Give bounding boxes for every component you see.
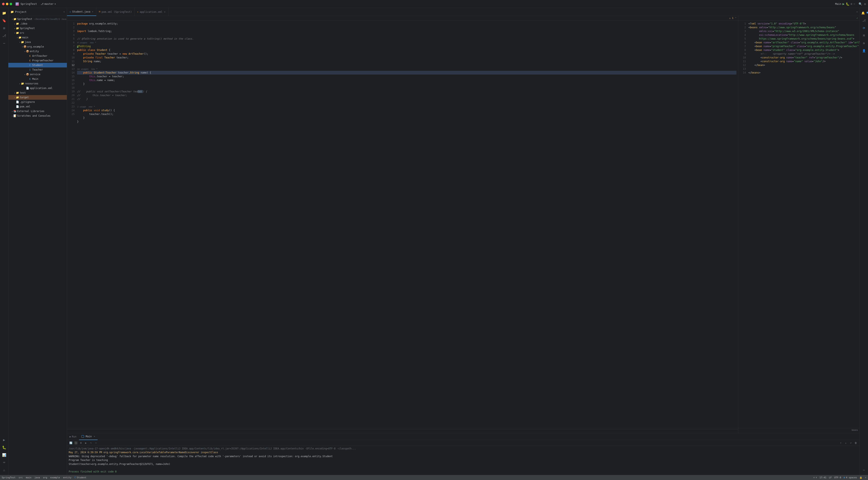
tree-label: External Libraries (17, 110, 44, 113)
tab-student-java[interactable]: ☕ Student.java ✕ (67, 8, 96, 16)
tree-item-test[interactable]: ▸ 📁 test (8, 91, 67, 95)
tab-run[interactable]: ▶ Run (67, 433, 79, 440)
branch-indicator[interactable]: ⎇ master ▾ (41, 2, 56, 5)
status-power[interactable]: ⚡ (865, 476, 866, 479)
tree-item-resources[interactable]: ▸ 📁 resources (8, 81, 67, 86)
code-lines-java[interactable]: package org.example.entity; import lombo… (75, 21, 738, 428)
profiler-icon[interactable]: 📊 (1, 451, 7, 458)
student-status: Student (77, 476, 86, 479)
stop-btn[interactable]: ⬛ (74, 441, 78, 445)
status-line-ending[interactable]: LF (829, 476, 832, 479)
tree-item-artteacher[interactable]: ▸ C ArtTeacher (8, 54, 67, 58)
step-btn[interactable]: ↷ (89, 441, 93, 445)
wrap-btn[interactable]: ↩ (849, 441, 853, 445)
plugins-icon[interactable]: M (861, 32, 867, 39)
tree-item-service[interactable]: ▸ 📦 service (8, 72, 67, 77)
notifications-icon[interactable]: 🔔 (861, 10, 867, 16)
maximize-button[interactable] (10, 3, 12, 5)
tab-overflow-menu[interactable]: ⋯ (855, 10, 860, 13)
tree-label: target (20, 96, 29, 99)
clear-btn[interactable]: 🗑 (854, 441, 858, 445)
settings-right-icon[interactable]: ⚙ (861, 40, 867, 46)
tree-item-main-class[interactable]: ▸ C Main (8, 77, 67, 81)
tree-item-ext-libs[interactable]: ▸ 📚 External Libraries (8, 109, 67, 114)
tree-item-target[interactable]: ▸ 📁 target (8, 95, 67, 100)
tab-main[interactable]: Main ✕ (79, 433, 98, 440)
status-line-col[interactable]: 17:41 (819, 476, 826, 479)
restart-btn[interactable]: 🔄 (69, 441, 73, 445)
tree-label: pom.xml (20, 105, 30, 108)
tab-run-label: Run (72, 435, 76, 438)
user-icon[interactable]: 👤 (861, 47, 867, 54)
scroll-down-btn[interactable]: ↓ (844, 441, 848, 445)
tree-label: .idea (20, 22, 27, 25)
tree-item-appxml[interactable]: ▸ 📄 application.xml (8, 86, 67, 91)
tree-item-springtest[interactable]: ▾ 📁 SpringTest ~/Desktop/CS/JavaEE/2 Jav… (8, 17, 67, 21)
tree-item-java[interactable]: ▾ 📁 java (8, 40, 67, 44)
project-view-icon[interactable]: 📁 (1, 10, 7, 16)
tree-item-student[interactable]: ▸ C Student (8, 63, 67, 67)
tree-item-springtest-folder[interactable]: ▸ 📁 SpringTest (8, 26, 67, 31)
tab-main-close[interactable]: ✕ (94, 435, 95, 438)
tab-label: application.xml (140, 10, 162, 13)
more-actions-btn[interactable]: ⋯ (94, 441, 98, 445)
more-button[interactable]: ⋯ (854, 2, 855, 5)
tree-item-org-example[interactable]: ▾ 📦 org.example (8, 44, 67, 49)
git-icon[interactable]: ⎇ (1, 32, 7, 39)
tree-item-scratches[interactable]: ▸ 📝 Scratches and Consoles (8, 114, 67, 118)
main-tab-icon (82, 435, 84, 438)
console-line (69, 466, 858, 470)
sync-icon[interactable]: ⟳ (861, 25, 867, 31)
tree-item-gitignore[interactable]: ▸ 📄 .gitignore (8, 100, 67, 104)
scroll-up-btn[interactable]: ↑ (839, 441, 843, 445)
tab-close-appxml[interactable]: ✕ (163, 10, 166, 13)
code-content-java[interactable]: 12345 678910 1112131415 1617181920 21222… (67, 21, 738, 428)
tree-item-teacher[interactable]: ▸ I Teacher (8, 67, 67, 72)
tree-item-idea[interactable]: ▸ 📁 .idea (8, 21, 67, 26)
student-java-editor[interactable]: ⚠ 1 ⌃ 12345 678910 1112131415 1617181920… (67, 16, 738, 433)
close-button[interactable] (2, 3, 5, 5)
tree-item-programteacher[interactable]: ▸ C ProgramTeacher (8, 58, 67, 63)
run-button[interactable]: ▶ (842, 2, 844, 6)
terminal-icon[interactable]: ⌨ (1, 459, 7, 466)
status-encoding[interactable]: UTF-8 (834, 476, 841, 479)
pause-btn[interactable]: ⏸ (79, 441, 83, 445)
git-changes-icon[interactable]: ⎇ (861, 17, 867, 24)
app-logo: ST (16, 2, 19, 6)
settings-icon[interactable]: ⚙ (864, 2, 866, 6)
right-sidebar: 🔔 ⎇ ⟳ M ⚙ 👤 ⋯ (860, 8, 868, 475)
run-bottom-icon[interactable]: ▶ (1, 437, 7, 443)
app-xml-editor[interactable]: ✓ 12345 678910 11121314 <?xml version="1… (738, 16, 860, 433)
structure-icon[interactable]: ⊞ (1, 25, 7, 31)
tree-item-main[interactable]: ▾ 📁 main (8, 35, 67, 40)
build-button[interactable]: ⚙ (850, 2, 852, 5)
tree-item-pomxml[interactable]: ▸ 📄 pom.xml (8, 104, 67, 109)
code-lines-xml[interactable]: <?xml version="1.0" encoding="UTF-8"?> <… (747, 21, 860, 428)
problems-icon[interactable]: ⚠ (1, 467, 7, 473)
minimize-button[interactable] (6, 3, 8, 5)
tree-item-src[interactable]: ▾ 📁 src (8, 31, 67, 35)
expand-icon[interactable]: ⌃ (735, 17, 737, 20)
branch-chevron: ▾ (55, 2, 56, 5)
search-icon[interactable]: 🔍 (859, 2, 862, 6)
tree-item-entity[interactable]: ▾ 📦 entity (8, 49, 67, 54)
debug-button[interactable]: 🐛 (846, 2, 849, 6)
resume-btn[interactable]: ▶ (84, 441, 88, 445)
tab-pom-xml[interactable]: M pom.xml (SpringTest) (96, 8, 134, 16)
editor-toolbar: ⚠ 1 ⌃ (67, 16, 738, 21)
console-output[interactable]: /usr/lib/jvm/java-17-openjdk-amd64/bin/j… (67, 446, 860, 475)
editor-area: ☕ Student.java ✕ M pom.xml (SpringTest) … (67, 8, 860, 475)
status-indent[interactable]: ⊞ 4 spaces (844, 476, 857, 479)
more-tools-icon[interactable]: ⋯ (1, 40, 7, 46)
tab-close-student[interactable]: ✕ (92, 10, 94, 13)
status-vcs-icons[interactable]: ⬆ ⬇ (813, 476, 817, 479)
xml-bottom-bar: beans (738, 428, 860, 432)
tab-app-xml[interactable]: ✦ application.xml ✕ (134, 8, 168, 16)
debug-bottom-icon[interactable]: 🐛 (1, 444, 7, 451)
status-breadcrumb[interactable]: SpringTest › src › main › java › org › e… (2, 476, 86, 479)
status-lock[interactable]: 🔒 (860, 476, 862, 479)
code-content-xml[interactable]: 12345 678910 11121314 <?xml version="1.0… (738, 21, 860, 428)
project-header[interactable]: 📁 Project ▾ (8, 8, 67, 16)
help-icon[interactable]: ⋯ (861, 467, 867, 473)
bookmark-icon[interactable]: 🔖 (1, 17, 7, 24)
